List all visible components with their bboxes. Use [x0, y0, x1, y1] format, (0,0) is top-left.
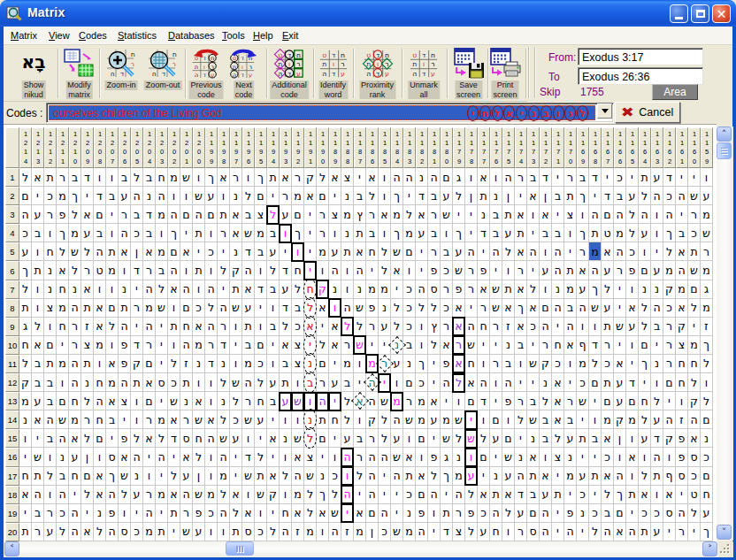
- matrix-cell-r6-c1164[interactable]: ם: [639, 261, 651, 280]
- matrix-cell-r19-c1213[interactable]: ב: [32, 504, 44, 523]
- matrix-cell-r8-c1161[interactable]: א: [676, 299, 688, 318]
- matrix-cell-r6-c1204[interactable]: ר: [143, 261, 156, 280]
- matrix-cell-r12-c1189[interactable]: ע: [329, 373, 341, 392]
- matrix-cell-r11-c1211[interactable]: מ: [57, 355, 69, 373]
- matrix-cell-r2-c1200[interactable]: ש: [193, 187, 205, 205]
- matrix-cell-r20-c1208[interactable]: ל: [94, 523, 106, 541]
- matrix-cell-r17-c1190[interactable]: נ: [317, 467, 329, 486]
- matrix-cell-r7-c1183[interactable]: כ: [403, 280, 416, 299]
- matrix-cell-r19-c1175[interactable]: ל: [502, 504, 515, 523]
- matrix-cell-r11-c1198[interactable]: נ: [218, 355, 230, 373]
- matrix-cell-r7-c1190[interactable]: ק: [317, 280, 329, 299]
- matrix-cell-r12-c1191[interactable]: ב: [304, 373, 317, 392]
- matrix-cell-r8-c1169[interactable]: ה: [577, 299, 589, 318]
- matrix-cell-r2-c1188[interactable]: נ: [341, 187, 354, 205]
- matrix-cell-r13-c1211[interactable]: ם: [57, 392, 69, 410]
- matrix-cell-r9-c1189[interactable]: א: [329, 318, 341, 336]
- matrix-cell-r13-c1161[interactable]: ו: [676, 392, 688, 410]
- row-header-17[interactable]: 17: [5, 467, 19, 486]
- matrix-cell-r11-c1214[interactable]: ל: [19, 355, 32, 373]
- matrix-cell-r15-c1160[interactable]: א: [688, 429, 701, 448]
- matrix-cell-r8-c1170[interactable]: ב: [564, 299, 577, 318]
- matrix-cell-r15-c1199[interactable]: ה: [205, 429, 218, 448]
- matrix-cell-r2-c1209[interactable]: י: [81, 187, 94, 205]
- column-header-1205[interactable]: 1205: [131, 127, 143, 168]
- matrix-cell-r19-c1207[interactable]: פ: [106, 504, 119, 523]
- matrix-cell-r7-c1178[interactable]: ר: [465, 280, 478, 299]
- row-header-19[interactable]: 19: [5, 504, 19, 523]
- matrix-cell-r12-c1198[interactable]: ל: [218, 373, 230, 392]
- column-header-1191[interactable]: 1191: [304, 127, 317, 168]
- matrix-cell-r11-c1210[interactable]: ה: [69, 355, 81, 373]
- matrix-cell-r6-c1200[interactable]: ת: [193, 261, 205, 280]
- vertical-scrollbar[interactable]: ˄ ˅: [717, 127, 733, 541]
- column-header-1162[interactable]: 1162: [663, 127, 676, 168]
- matrix-cell-r4-c1188[interactable]: נ: [341, 224, 354, 242]
- matrix-cell-r19-c1190[interactable]: א: [317, 504, 329, 523]
- matrix-cell-r6-c1206[interactable]: ו: [119, 261, 131, 280]
- matrix-cell-r14-c1166[interactable]: ק: [614, 410, 626, 429]
- matrix-cell-r2-c1186[interactable]: ל: [366, 187, 379, 205]
- matrix-cell-r2-c1199[interactable]: ע: [205, 187, 218, 205]
- matrix-cell-r16-c1198[interactable]: ה: [218, 448, 230, 466]
- matrix-cell-r9-c1211[interactable]: ח: [57, 318, 69, 336]
- matrix-cell-r19-c1197[interactable]: ל: [230, 504, 242, 523]
- matrix-cell-r18-c1194[interactable]: ק: [267, 486, 280, 504]
- matrix-cell-r19-c1172[interactable]: ה: [540, 504, 552, 523]
- matrix-cell-r8-c1167[interactable]: ע: [602, 299, 614, 318]
- matrix-cell-r13-c1171[interactable]: א: [552, 392, 564, 410]
- menu-item-view[interactable]: View: [49, 30, 70, 41]
- matrix-cell-r18-c1181[interactable]: ה: [428, 486, 441, 504]
- matrix-cell-r15-c1201[interactable]: ס: [180, 429, 193, 448]
- matrix-cell-r9-c1199[interactable]: ה: [205, 318, 218, 336]
- matrix-cell-r3-c1176[interactable]: ב: [490, 205, 502, 224]
- matrix-cell-r17-c1203[interactable]: י: [156, 467, 168, 486]
- matrix-cell-r10-c1168[interactable]: ד: [589, 336, 602, 355]
- matrix-cell-r20-c1207[interactable]: ה: [106, 523, 119, 541]
- matrix-cell-r14-c1199[interactable]: א: [205, 410, 218, 429]
- matrix-cell-r11-c1161[interactable]: ח: [676, 355, 688, 373]
- matrix-cell-r9-c1182[interactable]: ו: [416, 318, 428, 336]
- matrix-cell-r3-c1213[interactable]: ע: [32, 205, 44, 224]
- matrix-cell-r18-c1206[interactable]: ל: [119, 486, 131, 504]
- matrix-cell-r2-c1174[interactable]: י: [515, 187, 527, 205]
- matrix-cell-r7-c1198[interactable]: י: [218, 280, 230, 299]
- matrix-cell-r6-c1199[interactable]: ו: [205, 261, 218, 280]
- matrix-cell-r12-c1159[interactable]: ו: [701, 373, 713, 392]
- matrix-cell-r3-c1204[interactable]: ד: [143, 205, 156, 224]
- matrix-cell-r16-c1193[interactable]: ו: [280, 448, 292, 466]
- matrix-cell-r12-c1177[interactable]: ה: [478, 373, 490, 392]
- matrix-cell-r17-c1163[interactable]: ת: [651, 467, 663, 486]
- matrix-cell-r5-c1187[interactable]: א: [354, 242, 366, 261]
- matrix-cell-r16-c1170[interactable]: נ: [564, 448, 577, 466]
- menu-item-statistics[interactable]: Statistics: [118, 30, 157, 41]
- matrix-cell-r8-c1196[interactable]: ע: [242, 299, 255, 318]
- matrix-cell-r11-c1187[interactable]: ו: [354, 355, 366, 373]
- matrix-cell-r17-c1208[interactable]: א: [94, 467, 106, 486]
- matrix-cell-r3-c1196[interactable]: ב: [242, 205, 255, 224]
- matrix-cell-r1-c1209[interactable]: ד: [81, 168, 94, 187]
- matrix-cell-r3-c1188[interactable]: מ: [341, 205, 354, 224]
- matrix-cell-r1-c1169[interactable]: ב: [577, 168, 589, 187]
- matrix-cell-r4-c1206[interactable]: ה: [119, 224, 131, 242]
- matrix-cell-r13-c1168[interactable]: י: [589, 392, 602, 410]
- matrix-cell-r4-c1191[interactable]: י: [304, 224, 317, 242]
- matrix-cell-r14-c1203[interactable]: מ: [156, 410, 168, 429]
- matrix-cell-r9-c1171[interactable]: י: [552, 318, 564, 336]
- matrix-cell-r13-c1199[interactable]: ו: [205, 392, 218, 410]
- matrix-cell-r9-c1191[interactable]: א: [304, 318, 317, 336]
- matrix-cell-r5-c1198[interactable]: י: [218, 242, 230, 261]
- matrix-cell-r6-c1178[interactable]: ר: [465, 261, 478, 280]
- matrix-cell-r7-c1185[interactable]: מ: [379, 280, 391, 299]
- matrix-cell-r6-c1181[interactable]: פ: [428, 261, 441, 280]
- matrix-cell-r9-c1161[interactable]: ק: [676, 318, 688, 336]
- matrix-cell-r17-c1169[interactable]: ע: [577, 467, 589, 486]
- matrix-cell-r13-c1187[interactable]: א: [354, 392, 366, 410]
- matrix-cell-r3-c1192[interactable]: ם: [292, 205, 304, 224]
- matrix-cell-r9-c1195[interactable]: ו: [255, 318, 267, 336]
- matrix-cell-r3-c1200[interactable]: ה: [193, 205, 205, 224]
- matrix-cell-r14-c1187[interactable]: ו: [354, 410, 366, 429]
- matrix-cell-r16-c1209[interactable]: ן: [81, 448, 94, 466]
- matrix-cell-r1-c1199[interactable]: ך: [205, 168, 218, 187]
- matrix-cell-r10-c1180[interactable]: א: [441, 336, 453, 355]
